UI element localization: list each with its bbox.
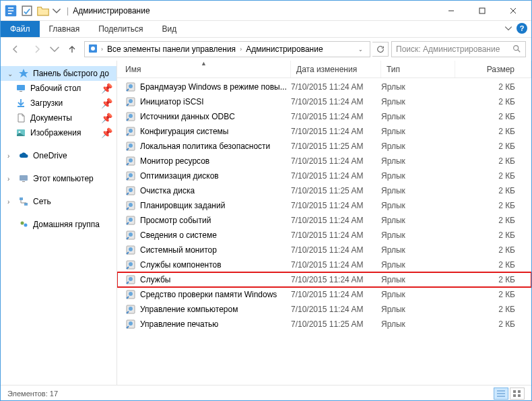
sidebar-item-network[interactable]: ›Сеть [1,194,117,209]
file-type: Ярлык [381,171,455,181]
svg-point-29 [129,173,133,177]
column-header-type[interactable]: Тип [381,61,455,78]
file-row[interactable]: Монитор ресурсов7/10/2015 11:24 AMЯрлык2… [117,154,531,168]
sidebar-item-onedrive[interactable]: ›OneDrive [1,148,117,163]
sidebar-item-documents[interactable]: Документы📌 [1,111,117,125]
computer-icon [18,173,29,184]
breadcrumb-segment[interactable]: Все элементы панели управления [106,44,237,54]
file-size: 2 КБ [455,216,531,225]
sidebar-item-label: Изображения [30,128,81,137]
file-row[interactable]: Сведения о системе7/10/2015 11:24 AMЯрлы… [117,228,531,243]
file-row[interactable]: Конфигурация системы7/10/2015 11:24 AMЯр… [117,124,531,139]
file-row[interactable]: Управление компьютером7/10/2015 11:24 AM… [117,302,531,317]
shortcut-icon [125,185,136,196]
file-date: 7/10/2015 11:24 AM [291,82,381,92]
shortcut-icon [125,96,136,107]
pictures-icon [15,127,26,138]
recent-dropdown-icon[interactable] [49,40,60,59]
chevron-right-icon[interactable]: › [240,46,242,53]
file-row[interactable]: Брандмауэр Windows в режиме повы...7/10/… [117,80,531,94]
svg-point-43 [129,277,133,281]
tab-view[interactable]: Вид [152,21,186,37]
column-label: Имя [125,65,141,74]
file-date: 7/10/2015 11:24 AM [291,201,381,210]
minimize-button[interactable] [436,1,467,20]
column-header-size[interactable]: Размер [455,61,531,78]
file-date: 7/10/2015 11:24 AM [291,112,381,121]
svg-point-35 [129,218,133,222]
shortcut-icon [125,230,136,241]
sidebar-item-this-pc[interactable]: ›Этот компьютер [1,171,117,186]
refresh-button[interactable] [372,42,389,57]
sidebar-item-label: Панель быстрого до [33,69,109,78]
qat-properties-icon[interactable] [20,3,34,18]
tab-home[interactable]: Главная [40,21,90,37]
close-button[interactable] [498,1,529,20]
file-row[interactable]: Оптимизация дисков7/10/2015 11:24 AMЯрлы… [117,168,531,183]
qat-dropdown-icon[interactable] [52,3,61,18]
address-dropdown-icon[interactable]: ⌄ [358,47,367,53]
file-date: 7/10/2015 11:24 AM [291,230,381,240]
file-row[interactable]: Источники данных ODBC7/10/2015 11:24 AMЯ… [117,109,531,124]
help-button[interactable]: ? [517,23,527,34]
qat-newfolder-icon[interactable] [36,3,51,18]
sidebar-item-label: Документы [30,113,72,123]
shortcut-icon [125,171,136,181]
file-date: 7/10/2015 11:25 AM [291,142,381,151]
svg-point-39 [129,247,133,251]
svg-point-37 [129,233,133,237]
file-date: 7/10/2015 11:24 AM [291,127,381,136]
svg-point-25 [129,144,133,148]
icons-view-button[interactable] [510,388,525,400]
tab-share[interactable]: Поделиться [89,21,152,37]
file-date: 7/10/2015 11:24 AM [291,216,381,225]
file-row[interactable]: Просмотр событий7/10/2015 11:24 AMЯрлык2… [117,213,531,228]
svg-point-17 [129,84,133,88]
back-button[interactable] [6,40,25,59]
chevron-down-icon: ⌄ [7,70,14,78]
file-row[interactable]: Планировщик заданий7/10/2015 11:24 AMЯрл… [117,198,531,213]
file-row[interactable]: Локальная политика безопасности7/10/2015… [117,139,531,154]
file-type: Ярлык [381,112,455,121]
svg-rect-10 [20,175,28,181]
svg-point-23 [129,129,133,133]
sidebar-item-quick-access[interactable]: ⌄ Панель быстрого до [1,66,117,81]
sidebar-item-label: Сеть [33,197,51,206]
sidebar-item-desktop[interactable]: Рабочий стол📌 [1,81,117,96]
ribbon-expand-icon[interactable] [504,24,512,34]
file-date: 7/10/2015 11:24 AM [291,97,381,106]
file-name: Средство проверки памяти Windows [140,290,277,299]
file-name: Инициатор iSCSI [140,97,204,106]
file-date: 7/10/2015 11:24 AM [291,245,381,255]
file-row[interactable]: Службы7/10/2015 11:24 AMЯрлык2 КБ [117,272,531,287]
file-row[interactable]: Службы компонентов7/10/2015 11:24 AMЯрлы… [117,257,531,272]
forward-button[interactable] [28,40,46,59]
file-list[interactable]: Брандмауэр Windows в режиме повы...7/10/… [117,78,531,385]
file-row[interactable]: Очистка диска7/10/2015 11:25 AMЯрлык2 КБ [117,183,531,198]
file-row[interactable]: Инициатор iSCSI7/10/2015 11:24 AMЯрлык2 … [117,94,531,109]
column-header-date[interactable]: Дата изменения [291,61,381,78]
sort-asc-icon: ▲ [201,60,207,67]
sidebar-item-homegroup[interactable]: Домашняя группа [1,217,117,232]
maximize-button[interactable] [467,1,498,20]
tab-file[interactable]: Файл [1,21,40,37]
chevron-right-icon: › [7,152,14,160]
ribbon-tabs: Файл Главная Поделиться Вид ? [1,21,531,38]
file-name: Просмотр событий [140,216,211,225]
sidebar-item-pictures[interactable]: Изображения📌 [1,125,117,140]
chevron-right-icon[interactable]: › [101,46,103,53]
up-button[interactable] [63,40,81,59]
breadcrumb[interactable]: › Все элементы панели управления › Админ… [84,41,370,57]
column-header-name[interactable]: Имя▲ [117,61,291,78]
details-view-button[interactable] [494,388,508,400]
search-input[interactable]: Поиск: Администрирование [391,41,526,57]
file-size: 2 КБ [455,305,531,314]
breadcrumb-segment[interactable]: Администрирование [244,44,324,54]
sidebar-item-downloads[interactable]: Загрузки📌 [1,96,117,111]
shortcut-icon [125,156,136,166]
status-text: Элементов: 17 [7,390,58,398]
file-row[interactable]: Управление печатью7/10/2015 11:25 AMЯрлы… [117,317,531,332]
content-pane: Имя▲ Дата изменения Тип Размер Брандмауэ… [117,61,531,385]
file-row[interactable]: Средство проверки памяти Windows7/10/201… [117,287,531,302]
file-row[interactable]: Системный монитор7/10/2015 11:24 AMЯрлык… [117,243,531,257]
